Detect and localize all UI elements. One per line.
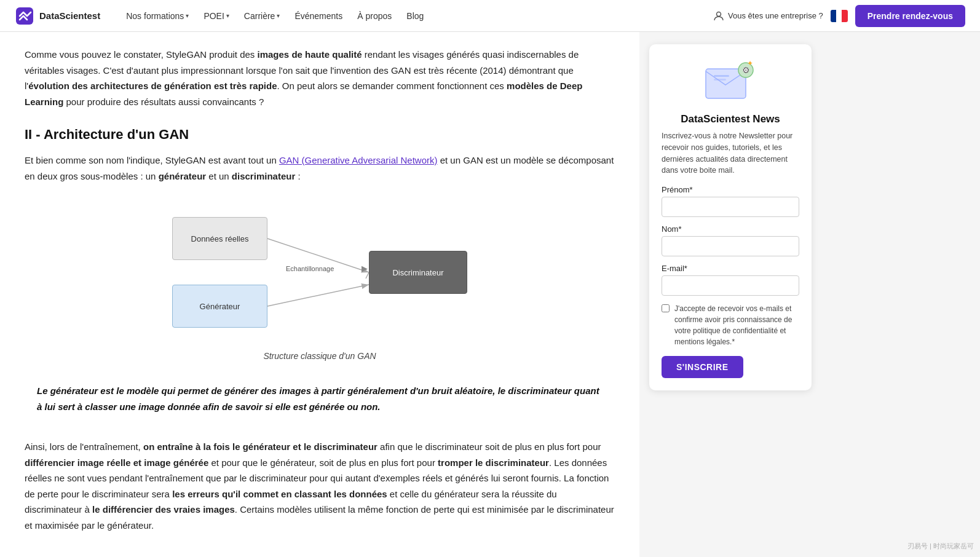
nav-item-carriere[interactable]: Carrière ▾ <box>238 7 286 25</box>
nom-label: Nom* <box>662 224 799 234</box>
prenom-label: Prénom* <box>662 185 799 194</box>
nav-formations-label: Nos formations <box>126 11 184 21</box>
enterprise-link[interactable]: Vous êtes une entreprise ? <box>713 10 823 22</box>
watermark: 刃易号 | 时尚玩家岳可 <box>907 542 974 551</box>
logo-text: DataScientest <box>39 10 100 21</box>
box-discriminateur: Discriminateur <box>369 251 467 294</box>
article-para-3: Ainsi, lors de l'entraînement, on entraî… <box>25 439 615 533</box>
nav-evenements-label: Événements <box>294 11 342 21</box>
article-para-2: Et bien comme son nom l'indique, StyleGA… <box>25 152 615 184</box>
nav-carriere-label: Carrière <box>244 11 275 21</box>
consent-row: J'accepte de recevoir vos e-mails et con… <box>662 303 799 347</box>
article-blockquote: Le générateur est le modèle qui permet d… <box>25 373 615 424</box>
nav-item-blog[interactable]: Blog <box>400 7 430 25</box>
box-donnees: Données réelles <box>172 217 267 260</box>
logo[interactable]: DataScientest <box>15 6 100 26</box>
consent-label: J'accepte de recevoir vos e-mails et con… <box>674 303 799 347</box>
box-generateur: Générateur <box>172 285 267 328</box>
echantillonnage-label: Echantillonnage <box>286 265 334 272</box>
navbar: DataScientest Nos formations ▾ POEI ▾ Ca… <box>0 0 980 32</box>
newsletter-image: ⚙ ✦ <box>662 57 799 106</box>
nav-right: Vous êtes une entreprise ? Prendre rende… <box>713 5 965 27</box>
sidebar: ⚙ ✦ DataScientest News Inscrivez-vous à … <box>639 32 824 557</box>
gan-diagram: Données réelles Générateur Discriminateu… <box>160 199 480 346</box>
diagram-caption: Structure classique d'un GAN <box>25 351 615 361</box>
article-para-1: Comme vous pouvez le constater, StyleGAN… <box>25 47 615 109</box>
chevron-down-icon: ▾ <box>277 12 280 19</box>
email-label: E-mail* <box>662 264 799 273</box>
newsletter-title: DataScientest News <box>662 113 799 125</box>
svg-point-1 <box>717 12 721 16</box>
nav-item-poei[interactable]: POEI ▾ <box>197 7 235 25</box>
logo-icon <box>15 6 34 26</box>
svg-rect-11 <box>714 75 729 77</box>
main-content: Comme vous pouvez le constater, StyleGAN… <box>0 32 639 557</box>
svg-text:✦: ✦ <box>747 59 753 68</box>
section-title: II - Architecture d'un GAN <box>25 127 615 143</box>
nom-group: Nom* <box>662 224 799 256</box>
nav-blog-label: Blog <box>406 11 424 21</box>
enterprise-label: Vous êtes une entreprise ? <box>728 11 823 20</box>
consent-checkbox[interactable] <box>662 304 670 312</box>
nav-poei-label: POEI <box>204 11 224 21</box>
newsletter-icon: ⚙ ✦ <box>703 57 758 106</box>
nav-item-formations[interactable]: Nos formations ▾ <box>120 7 195 25</box>
prenom-group: Prénom* <box>662 185 799 217</box>
nav-links: Nos formations ▾ POEI ▾ Carrière ▾ Événe… <box>120 7 713 25</box>
newsletter-card: ⚙ ✦ DataScientest News Inscrivez-vous à … <box>649 44 812 390</box>
nav-item-apropos[interactable]: À propos <box>351 7 398 25</box>
nom-input[interactable] <box>662 236 799 256</box>
cta-button[interactable]: Prendre rendez-vous <box>855 5 965 27</box>
email-input[interactable] <box>662 275 799 296</box>
nav-apropos-label: À propos <box>357 11 392 21</box>
nav-item-evenements[interactable]: Événements <box>288 7 349 25</box>
gan-link[interactable]: GAN (Generative Adversarial Network) <box>279 155 438 165</box>
svg-rect-12 <box>714 79 726 81</box>
newsletter-desc: Inscrivez-vous à notre Newsletter pour r… <box>662 130 799 176</box>
svg-rect-0 <box>16 7 33 25</box>
person-icon <box>713 10 724 22</box>
chevron-down-icon: ▾ <box>226 12 229 19</box>
france-flag[interactable] <box>831 10 848 22</box>
chevron-down-icon: ▾ <box>186 12 189 19</box>
arrow-icon: ▶ <box>362 264 368 273</box>
prenom-input[interactable] <box>662 197 799 217</box>
page-wrapper: Comme vous pouvez le constater, StyleGAN… <box>0 0 980 557</box>
gan-diagram-container: Données réelles Générateur Discriminateu… <box>25 199 615 346</box>
svg-line-3 <box>267 285 369 306</box>
email-group: E-mail* <box>662 264 799 296</box>
subscribe-button[interactable]: S'INSCRIRE <box>662 356 743 378</box>
